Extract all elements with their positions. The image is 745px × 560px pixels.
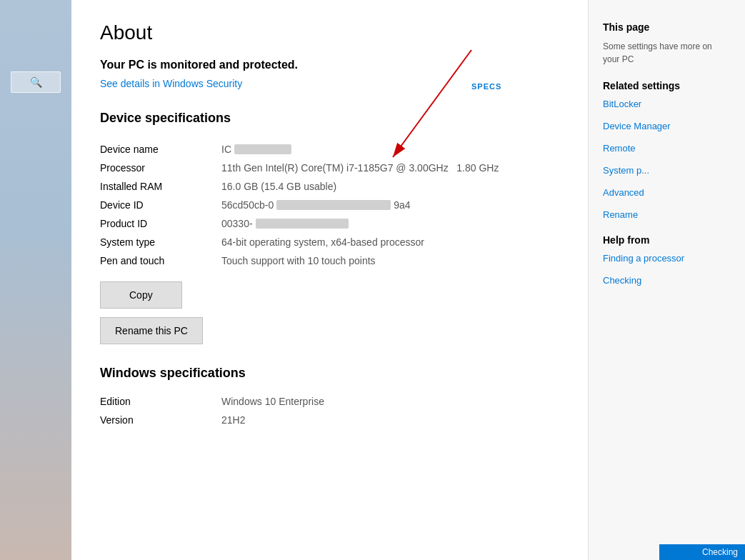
table-row: Processor 11th Gen Intel(R) Core(TM) i7-… xyxy=(100,159,559,177)
right-panel-this-page-text: Some settings have more on your PC xyxy=(603,40,731,66)
table-row: Product ID 00330- xyxy=(100,214,559,233)
right-panel: This page Some settings have more on you… xyxy=(588,0,745,560)
status-text: Checking xyxy=(702,547,738,557)
main-content: SPECS About Your PC is monitored and pro… xyxy=(71,0,588,560)
device-specs-table: Device name IC Processor 11th Gen Intel(… xyxy=(100,140,559,270)
spec-value: 21H2 xyxy=(214,411,559,429)
spec-label: Device name xyxy=(100,140,214,159)
spec-label: Device ID xyxy=(100,196,214,214)
right-panel-link-rename[interactable]: Rename xyxy=(603,209,731,220)
protection-status: Your PC is monitored and protected. xyxy=(100,59,559,71)
spec-label: Installed RAM xyxy=(100,177,214,196)
table-row: Version 21H2 xyxy=(100,411,559,429)
table-row: Device name IC xyxy=(100,140,559,159)
spec-value: 00330- xyxy=(214,214,559,233)
right-panel-this-page-title: This page xyxy=(603,21,731,33)
right-panel-help-title: Help from xyxy=(603,234,731,246)
table-row: System type 64-bit operating system, x64… xyxy=(100,233,559,251)
specs-annotation: SPECS xyxy=(471,82,501,91)
spec-value: 64-bit operating system, x64-based proce… xyxy=(214,233,559,251)
device-specs-title: Device specifications xyxy=(100,111,559,126)
table-row: Edition Windows 10 Enterprise xyxy=(100,392,559,411)
windows-specs-table: Edition Windows 10 Enterprise Version 21… xyxy=(100,392,559,429)
right-panel-help-section: Help from Finding a processor Checking xyxy=(603,234,731,286)
copy-button[interactable]: Copy xyxy=(100,281,182,309)
spec-value: 11th Gen Intel(R) Core(TM) i7-1185G7 @ 3… xyxy=(214,159,559,177)
search-icon: 🔍 xyxy=(30,76,42,88)
spec-value: Touch support with 10 touch points xyxy=(214,251,559,270)
right-panel-link-bitlocker[interactable]: BitLocker xyxy=(603,99,731,109)
right-panel-link-system-protection[interactable]: System p... xyxy=(603,165,731,176)
sidebar: 🔍 xyxy=(0,0,71,560)
spec-label: Product ID xyxy=(100,214,214,233)
table-row: Pen and touch Touch support with 10 touc… xyxy=(100,251,559,270)
spec-value: Windows 10 Enterprise xyxy=(214,392,559,411)
spec-label: Processor xyxy=(100,159,214,177)
windows-specs-title: Windows specifications xyxy=(100,366,559,381)
right-panel-related-title: Related settings xyxy=(603,80,731,91)
status-bar: Checking xyxy=(659,544,745,560)
right-panel-link-device-manager[interactable]: Device Manager xyxy=(603,121,731,131)
search-box[interactable]: 🔍 xyxy=(11,71,61,93)
spec-label: Edition xyxy=(100,392,214,411)
right-panel-link-advanced[interactable]: Advanced xyxy=(603,187,731,198)
spec-label: Pen and touch xyxy=(100,251,214,270)
spec-label: Version xyxy=(100,411,214,429)
table-row: Installed RAM 16.0 GB (15.4 GB usable) xyxy=(100,177,559,196)
spec-label: System type xyxy=(100,233,214,251)
spec-value: 16.0 GB (15.4 GB usable) xyxy=(214,177,559,196)
right-panel-link-remote[interactable]: Remote xyxy=(603,143,731,154)
page-title: About xyxy=(100,21,559,44)
right-panel-link-finding[interactable]: Finding a processor xyxy=(603,253,731,264)
spec-value: IC xyxy=(214,140,559,159)
windows-security-link[interactable]: See details in Windows Security xyxy=(100,78,242,89)
right-panel-link-checking[interactable]: Checking xyxy=(603,275,731,286)
rename-pc-button[interactable]: Rename this PC xyxy=(100,317,203,344)
spec-value: 56cd50cb-0 9a4 xyxy=(214,196,559,214)
table-row: Device ID 56cd50cb-0 9a4 xyxy=(100,196,559,214)
